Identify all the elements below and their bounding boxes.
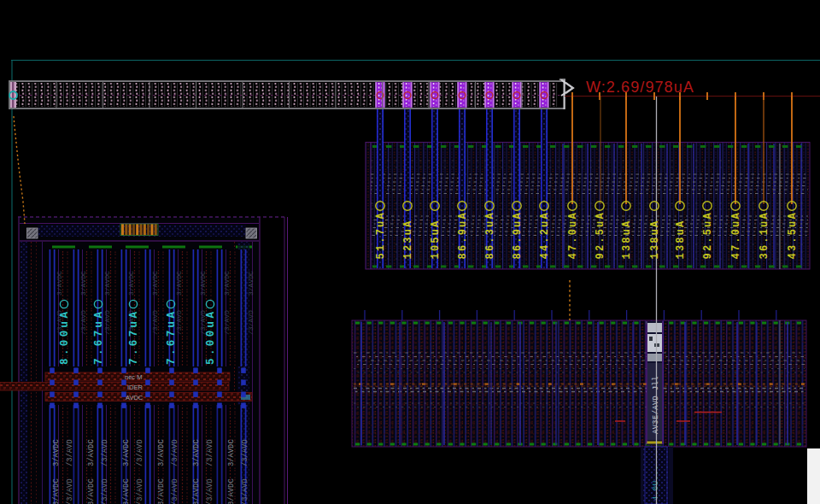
svg-text:/3/AVD: /3/AVD xyxy=(136,478,144,504)
svg-text:86.3uA: 86.3uA xyxy=(484,211,496,259)
svg-text:3/AVDC: 3/AVDC xyxy=(122,439,131,466)
svg-text:86.9uA: 86.9uA xyxy=(512,211,524,259)
svg-text:3/AVDC: 3/AVDC xyxy=(157,478,166,504)
svg-text:3/AVDC: 3/AVDC xyxy=(175,271,183,296)
svg-text:3/AVDC: 3/AVDC xyxy=(227,439,236,466)
svg-text:43.5uA: 43.5uA xyxy=(787,211,799,259)
svg-text:36.1uA: 36.1uA xyxy=(758,211,770,259)
svg-text:AVDC: AVDC xyxy=(126,394,144,401)
svg-text:/3/AVD: /3/AVD xyxy=(206,439,214,466)
svg-text:3/AVDC: 3/AVDC xyxy=(79,271,87,296)
svg-text:92.5uA: 92.5uA xyxy=(702,211,714,259)
svg-text:/3/AVD: /3/AVD xyxy=(247,310,255,335)
svg-text:3/AVDC: 3/AVDC xyxy=(87,478,96,504)
svg-text:3/AVDC: 3/AVDC xyxy=(247,271,255,296)
svg-text:44.2uA: 44.2uA xyxy=(539,211,551,259)
svg-text:138uA: 138uA xyxy=(621,219,633,259)
svg-text:3/AVDC: 3/AVDC xyxy=(192,478,201,504)
svg-text:/3/AVD: /3/AVD xyxy=(66,478,74,504)
svg-text:/3/AVD: /3/AVD xyxy=(66,439,74,466)
svg-text:/3/AVD: /3/AVD xyxy=(79,310,87,335)
svg-text:3/AVDC: 3/AVDC xyxy=(127,271,135,296)
svg-text:7.67uA: 7.67uA xyxy=(128,309,140,365)
svg-text:47.0uA: 47.0uA xyxy=(567,211,579,259)
svg-text:51.7uA: 51.7uA xyxy=(375,211,387,259)
svg-text:123uA: 123uA xyxy=(402,219,414,259)
svg-text:/3/AVD: /3/AVD xyxy=(136,439,144,466)
svg-text:/3/AVD: /3/AVD xyxy=(151,310,159,335)
svg-text:5.00uA: 5.00uA xyxy=(205,309,217,365)
svg-text:47.0uA: 47.0uA xyxy=(730,211,742,259)
svg-text:7.67uA: 7.67uA xyxy=(93,309,105,365)
svg-text:IDER: IDER xyxy=(127,384,144,391)
svg-text:8.00uA: 8.00uA xyxy=(59,309,71,365)
svg-text:86.9uA: 86.9uA xyxy=(457,211,469,259)
svg-text:7.67uA: 7.67uA xyxy=(166,309,178,365)
svg-text:/3/AVD: /3/AVD xyxy=(101,478,109,504)
svg-text:/3/AVD: /3/AVD xyxy=(171,439,179,466)
svg-text:3/AVDC: 3/AVDC xyxy=(122,478,131,504)
svg-text:/3/AVD: /3/AVD xyxy=(206,478,214,504)
svg-text:3/AVDC: 3/AVDC xyxy=(223,271,231,296)
svg-text:138uA: 138uA xyxy=(675,219,687,259)
svg-text:105uA: 105uA xyxy=(430,219,442,259)
svg-text:3/AVDC: 3/AVDC xyxy=(157,439,166,466)
svg-text:3/AVDC: 3/AVDC xyxy=(56,271,63,296)
svg-text:3/AVDC: 3/AVDC xyxy=(192,439,201,466)
svg-text:3/AVDC: 3/AVDC xyxy=(52,439,61,466)
svg-text:3/AVDC: 3/AVDC xyxy=(227,478,236,504)
svg-text:3/AVDC: 3/AVDC xyxy=(87,439,96,466)
svg-text:/3/AVD: /3/AVD xyxy=(241,478,249,504)
svg-text:/3/AVD: /3/AVD xyxy=(241,439,249,466)
svg-text:/3/AVD: /3/AVD xyxy=(171,478,179,504)
svg-text:3/AVDC: 3/AVDC xyxy=(199,271,207,296)
svg-text:/3/AVD: /3/AVD xyxy=(101,439,109,466)
svg-text:W:2.69/978uA: W:2.69/978uA xyxy=(586,79,694,96)
svg-text:92.5uA: 92.5uA xyxy=(594,211,606,259)
svg-text:138uA: 138uA xyxy=(649,219,661,259)
svg-text:3/AVDC: 3/AVDC xyxy=(151,271,159,296)
svg-text:/3/AVD: /3/AVD xyxy=(223,310,231,335)
svg-text:3/AVDC: 3/AVDC xyxy=(52,478,61,504)
svg-text:3/AVDC: 3/AVDC xyxy=(103,271,111,296)
svg-text:nec M: nec M xyxy=(125,373,142,381)
